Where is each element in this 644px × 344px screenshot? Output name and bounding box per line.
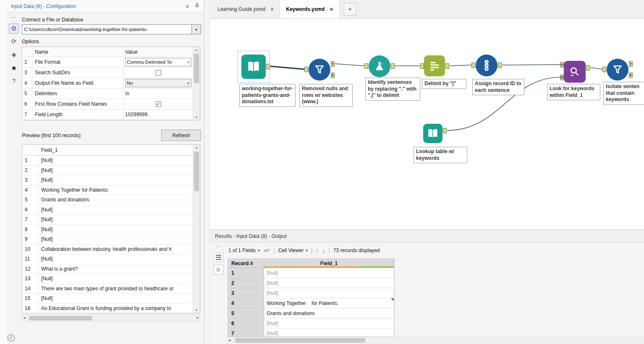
file-browse-dropdown-button[interactable]: ▾ [192,24,201,34]
search-subdirs-checkbox[interactable] [156,70,161,76]
fields-dropdown[interactable]: 1 of 1 Fields ▾ [228,248,260,253]
results-row: 4Working Together for Patients: [228,298,394,308]
options-vertical-scrollbar[interactable]: ▴ ▾ [193,47,200,120]
wire-findreplace-to-filter2[interactable] [590,68,602,69]
output-anchor[interactable] [445,63,449,69]
tool-formula[interactable] [369,55,390,77]
tool-input-lookup[interactable] [423,124,442,143]
file-path-input[interactable] [22,24,192,34]
annotation-find-replace[interactable]: Look for keywords within Field_1 [547,84,600,100]
panel-splitter[interactable] [204,0,210,344]
scroll-left-icon[interactable]: ◂ [24,315,26,320]
false-output-anchor[interactable]: F [331,73,335,78]
scroll-up-icon[interactable]: ▴ [193,48,200,52]
input-anchor[interactable] [304,67,308,72]
output-anchor[interactable] [391,63,395,69]
false-output-anchor[interactable]: F [629,73,633,78]
preview-horizontal-scrollbar[interactable]: ◂ ▸ [22,315,200,322]
package-icon[interactable]: ■ [9,63,19,73]
scroll-down-icon[interactable]: ▾ [193,115,200,119]
true-output-anchor[interactable]: T [331,61,335,67]
input-anchor[interactable] [471,63,475,68]
annotation-filter-1[interactable]: Removed nulls and rows w/ websites (www.… [299,84,353,107]
tab-keywords[interactable]: Keywords.yxmd × [280,0,339,18]
input-anchor[interactable] [364,63,368,69]
tool-filter-1[interactable] [309,59,330,81]
help-icon[interactable]: ? [9,76,19,86]
first-row-names-checkbox[interactable]: ✓ [156,102,161,107]
tag-icon[interactable]: ◈ [9,50,19,60]
annotation-record-id[interactable]: Assign record ID to each sentence [472,79,524,95]
tool-filter-2[interactable] [607,59,628,81]
record-number-header[interactable]: Record # [228,259,264,268]
refresh-button[interactable]: Refresh [161,130,201,141]
preview-row: 13[Null] [22,274,200,284]
file-format-select[interactable]: Comma-Delimited Te:∨ [125,58,191,66]
cell-viewer-dropdown[interactable]: Cell Viewer ▾ [278,248,308,253]
panel-handle-icon[interactable]: ⋯ [11,14,17,21]
scroll-down-icon[interactable]: ▾ [193,308,200,312]
close-icon[interactable]: × [330,6,333,13]
output-anchor[interactable] [586,65,590,70]
collapse-chevron-icon[interactable]: ∨ [185,3,189,9]
next-record-icon[interactable]: ↓ [322,247,325,254]
annotation-input-data[interactable]: working-together-for-patients-grants-and… [239,84,296,107]
results-horizontal-scrollbar[interactable]: ◂ [227,337,644,344]
tool-record-id[interactable]: 1 2 3 [476,55,497,76]
previous-record-icon[interactable]: ↑ [316,247,319,254]
input-anchor[interactable] [420,63,424,69]
scroll-up-icon[interactable]: ▴ [193,146,200,149]
tool-input-data[interactable] [241,55,266,79]
find-input-anchor[interactable]: F [560,62,564,68]
configuration-gear-icon[interactable]: ⚙ [9,23,19,34]
annotation-text-to-columns[interactable]: Delimit by "|" [422,79,466,89]
output-anchor[interactable] [498,63,502,68]
preview-label: Preview (first 100 records) [22,133,81,138]
output-anchor[interactable] [266,64,270,69]
input-anchor[interactable] [602,67,606,72]
connect-file-label: Connect a File or Database [22,17,201,23]
options-table: Name Value 2 File Format Comma-Delimited… [22,47,200,120]
true-output-anchor[interactable]: T [629,61,633,67]
annotation-filter-2[interactable]: Isolate senten that contain keywords [603,82,644,105]
field-length-value[interactable]: 10299999 [124,109,193,120]
apply-checkmarks-icon[interactable]: ✓✓ [263,248,270,253]
flask-icon [373,60,386,73]
scroll-left-icon[interactable]: ◂ [228,338,230,342]
wire-texttocolumns-to-recordid[interactable] [450,65,471,66]
annotation-input-lookup[interactable]: Lookup table w/ keywords [414,147,467,163]
wire-recordid-to-findreplace[interactable] [502,65,560,65]
annotation-formula[interactable]: Identify sentences by replacing "." with… [365,78,420,101]
pin-icon[interactable] [194,3,200,10]
svg-text:2: 2 [486,64,487,68]
scrollbar-thumb[interactable] [194,54,199,83]
options-col-value: Value [124,47,193,57]
output-anchor[interactable] [443,128,447,133]
new-workflow-button[interactable]: + [344,3,356,16]
option-row-search-subdirs: 3 Search SubDirs [22,68,200,78]
replace-input-anchor[interactable]: R [560,75,564,80]
output-filename-select[interactable]: No∨ [125,79,191,87]
panel-handle-icon[interactable]: ⋯ [215,243,221,250]
tab-learning-guide[interactable]: Learning Guide.yxmd × [212,0,280,18]
preview-vertical-scrollbar[interactable]: ▴ ▾ [193,145,200,313]
wire-filter-to-formula[interactable] [335,64,364,66]
records-displayed-label: 73 records displayed [333,248,380,253]
results-header: Results - Input Data (8) - Output [210,230,644,242]
option-row-delimiters: 5 Delimiters \n [22,89,200,99]
delimiters-value[interactable]: \n [124,89,193,99]
workflow-canvas[interactable]: working-together-for-patients-grants-and… [210,19,644,229]
records-view-icon[interactable] [213,252,223,262]
preview-row: 1[Null] [22,156,200,166]
scrollbar-thumb[interactable] [235,338,365,343]
tool-text-to-columns[interactable] [424,55,445,76]
sync-icon[interactable]: ⟳ [9,36,19,47]
scroll-right-icon[interactable]: ▸ [196,315,199,320]
close-icon[interactable]: × [270,6,274,13]
wire-input-to-filter[interactable] [270,66,304,69]
scrollbar-thumb[interactable] [29,316,92,321]
tool-find-replace[interactable] [564,61,586,83]
output-anchor-d-icon[interactable]: D [213,265,223,275]
scrollbar-thumb[interactable] [194,151,199,191]
field1-header[interactable]: Field_1 [264,259,394,268]
